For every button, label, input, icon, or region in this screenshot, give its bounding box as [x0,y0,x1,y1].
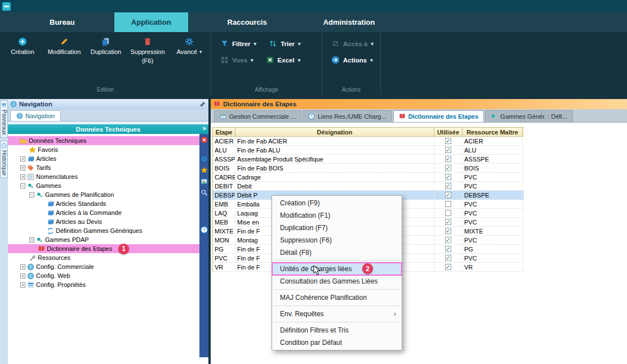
utilisee-checkbox[interactable] [445,210,451,216]
context-menu-item-suppression-f6[interactable]: Suppression (F6) [272,234,402,246]
column-header-utilisee[interactable]: Utilisée [434,128,463,137]
ribbon-button-modification[interactable]: Modification [45,37,83,64]
tree-item-dictionnaire-des-etapes[interactable]: Dictionnaire des Etapes1 [8,244,199,253]
app-icon[interactable] [2,2,11,11]
tree-expander-icon[interactable]: + [20,282,25,287]
tree-expander-icon[interactable]: + [20,165,25,170]
ribbon-button-actions[interactable]: Actions▾ [331,56,373,64]
utilisee-checkbox[interactable]: ✓ [445,264,451,270]
ribbon-button-duplication[interactable]: Duplication [87,37,125,64]
tree-expander-icon[interactable]: − [29,192,34,197]
question-icon[interactable]: ? [201,226,208,233]
menu-tab-application[interactable]: Application [114,12,188,32]
doc-tab-gestion-commerciale[interactable]: Gestion Commerciale ... [214,110,301,122]
context-menu-item-maj-coherence-planification[interactable]: MAJ Cohérence Planification [272,291,402,304]
tree-expander-icon[interactable]: + [20,264,25,269]
context-menu-item-definition-filtres-et-tris[interactable]: Définition Filtres et Tris [272,324,402,336]
tree-item-gammes[interactable]: −Gammes [8,181,199,190]
chevron-down-icon[interactable]: ▾ [199,49,202,55]
chevron-down-icon[interactable]: ▾ [371,41,373,47]
utilisee-checkbox[interactable]: ✓ [445,165,451,171]
column-header-etape[interactable]: Etape [213,128,235,137]
star-icon[interactable] [201,167,208,174]
context-menu-item-condition-par-defaut[interactable]: Condition par Défaut [272,336,402,349]
utilisee-checkbox[interactable]: ✓ [445,192,451,198]
utilisee-checkbox[interactable]: ✓ [445,147,451,153]
menu-tab-raccourcis[interactable]: Raccourcis [211,12,284,32]
tree-expander-icon[interactable]: + [29,237,34,242]
tree-item-gammes-de-planification[interactable]: −Gammes de Planification [8,190,199,199]
context-menu-item-consultation-des-gammes-liees[interactable]: Consultation des Gammes Liées [272,275,402,287]
tree-expander-icon[interactable]: + [20,156,25,161]
ribbon-button-acces-a[interactable]: Accès à▾ [331,39,373,48]
tree-item-favoris[interactable]: Favoris [8,145,199,154]
ribbon-button-suppression[interactable]: Suppression(F6) [128,37,167,64]
utilisee-checkbox[interactable]: ✓ [445,246,451,252]
tree-expander-icon[interactable]: + [20,174,25,179]
side-tab-historique[interactable]: Historique [0,141,8,178]
context-menu-item-env-requetes[interactable]: Env. Requêtes› [272,308,402,320]
tree-item-config-commerciale[interactable]: +Config. Commerciale [8,262,199,271]
tree-expander-icon[interactable]: + [20,273,25,278]
column-header-designation[interactable]: Désignation [235,128,434,137]
context-menu-item-duplication-f7[interactable]: Duplication (F7) [272,222,402,234]
pin-icon[interactable] [199,101,206,107]
column-header-ressource-maitre[interactable]: Ressource Maître [463,128,523,137]
chevron-down-icon[interactable]: ▾ [370,57,373,63]
tree-expander-icon[interactable]: − [20,183,25,188]
magnifier-icon[interactable] [201,189,208,196]
doc-tab-dictionnaire-des-etapes[interactable]: Dictionnaire des Etapes [393,110,484,122]
tree-item-articles-au-devis[interactable]: Articles au Devis [8,217,199,226]
context-menu-item-creation-f9[interactable]: Création (F9) [272,197,402,209]
table-row-debit[interactable]: DEBITDebit✓PVC [213,182,524,191]
tree-item-articles-standards[interactable]: Articles Standards [8,199,199,208]
menu-tab-administration[interactable]: Administration [306,12,392,32]
table-row-asssp[interactable]: ASSSPAssemblage Produit Spécifique✓ASSSP… [213,155,524,164]
gear-icon[interactable] [201,155,208,163]
doc-tab-gammes-gener-defi[interactable]: Gammes Génér. : Défi... [485,110,573,122]
tree-item-donnees-techniques[interactable]: Données Techniques [8,136,199,145]
image-icon[interactable] [201,178,208,185]
menu-tab-bureau[interactable]: Bureau [33,12,92,32]
tree-item-config-proprietes[interactable]: +Config. Propriétés [8,280,199,289]
tree-item-nomenclatures[interactable]: +Nomenclatures [8,172,199,181]
chevron-down-icon[interactable]: ▾ [298,41,301,47]
utilisee-checkbox[interactable]: ✓ [445,219,451,225]
utilisee-checkbox[interactable]: ✓ [445,237,451,243]
table-row-alu[interactable]: ALUFin de Fab ALU✓ALU [213,146,524,155]
utilisee-checkbox[interactable] [445,201,451,207]
ribbon-button-trier[interactable]: Trier▾ [269,39,300,48]
table-row-cadre[interactable]: CADRECadrage✓PVC [213,173,524,182]
tree-item-gammes-pdap[interactable]: +Gammes PDAP [8,235,199,244]
chevron-down-icon[interactable]: ▾ [298,57,301,63]
tree-item-definition-gammes-generiques[interactable]: Définition Gammes Génériques [8,226,199,235]
side-tab-panneaux[interactable]: Panneaux [0,100,8,138]
ribbon-button-vues[interactable]: Vues▾ [220,56,254,64]
ribbon-button-filtrer[interactable]: Filtrer▾ [220,39,256,48]
context-menu-item-modification-f1[interactable]: Modification (F1) [272,209,402,222]
tree-item-tarifs[interactable]: +Tarifs [8,163,199,172]
tree-item-articles-a-la-commande[interactable]: Articles à la Commande [8,208,199,217]
utilisee-checkbox[interactable]: ✓ [445,138,451,144]
table-row-bois[interactable]: BOISFin de Fab BOIS✓BOIS [213,164,524,173]
context-menu-item-detail-f8[interactable]: Détail (F8) [272,246,402,259]
chevron-down-icon[interactable]: ▾ [254,41,257,47]
utilisee-checkbox[interactable]: ✓ [445,156,451,162]
close-red-icon[interactable] [201,136,208,143]
context-menu-item-unites-de-charges-liees[interactable]: Unités de Charges liées2 [272,263,402,275]
utilisee-checkbox[interactable]: ✓ [445,255,451,261]
utilisee-checkbox[interactable]: ✓ [445,228,451,234]
tree-item-config-web[interactable]: +Config. Web [8,271,199,280]
utilisee-checkbox[interactable]: ✓ [445,183,451,189]
doc-tab-liens-res-ume-charg[interactable]: Liens Res./UME Charg... [303,110,392,122]
table-row-acier[interactable]: ACIERFin de Fab ACIER✓ACIER [213,137,524,146]
tree-item-ressources[interactable]: Ressources [8,253,199,262]
ribbon-button-avance[interactable]: Avancé▾ [170,37,208,64]
tree-item-articles[interactable]: +Articles [8,154,199,163]
tab-navigation[interactable]: Navigation [10,110,61,121]
collapse-panel-button[interactable]: » [202,124,206,132]
ribbon-button-excel[interactable]: Excel▾ [266,56,301,64]
ribbon-button-creation[interactable]: Création [3,37,42,64]
utilisee-checkbox[interactable]: ✓ [445,174,451,180]
chevron-down-icon[interactable]: ▾ [251,57,254,63]
